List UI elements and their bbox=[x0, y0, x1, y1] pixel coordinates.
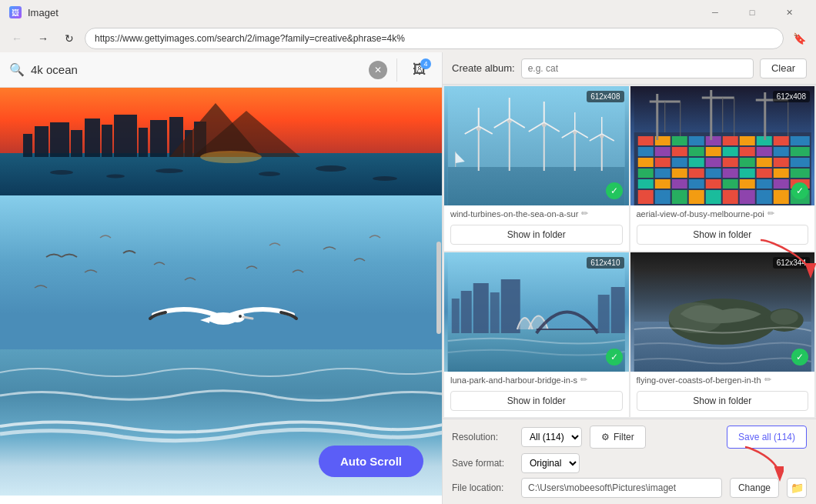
svg-rect-80 bbox=[637, 158, 653, 167]
harbor-sunset-svg bbox=[0, 88, 442, 195]
svg-rect-91 bbox=[654, 169, 670, 178]
change-button[interactable]: Change bbox=[730, 478, 779, 498]
svg-point-21 bbox=[316, 165, 346, 172]
svg-rect-134 bbox=[452, 299, 460, 333]
show-in-folder-btn-1[interactable]: Show in folder bbox=[450, 225, 623, 245]
svg-point-148 bbox=[770, 309, 798, 325]
edit-icon-3[interactable]: ✏ bbox=[580, 375, 587, 385]
svg-rect-6 bbox=[85, 118, 100, 157]
edit-icon-2[interactable]: ✏ bbox=[768, 209, 774, 219]
svg-rect-114 bbox=[705, 190, 721, 204]
location-label: File location: bbox=[452, 482, 513, 493]
refresh-button[interactable]: ↻ bbox=[59, 28, 80, 49]
save-all-button[interactable]: Save all (114) bbox=[727, 426, 807, 449]
svg-rect-116 bbox=[739, 190, 754, 204]
right-panel: Create album: Clear bbox=[443, 52, 816, 504]
svg-rect-71 bbox=[654, 147, 670, 156]
svg-rect-117 bbox=[756, 190, 771, 204]
filter-button[interactable]: ⚙ Filter bbox=[590, 426, 646, 449]
file-location-input[interactable] bbox=[521, 478, 722, 498]
grid-item-3[interactable]: 612x410 ✓ luna-park-and-harbour-bridge-i… bbox=[444, 252, 629, 417]
back-button[interactable]: ← bbox=[6, 28, 28, 49]
svg-rect-94 bbox=[705, 169, 721, 178]
clear-button[interactable]: Clear bbox=[760, 58, 807, 78]
svg-rect-10 bbox=[150, 120, 167, 157]
svg-rect-111 bbox=[654, 190, 670, 204]
minimize-button[interactable]: ─ bbox=[697, 0, 733, 25]
image-aerial-port: 612x408 ✓ bbox=[630, 86, 815, 205]
folder-icon: 📁 bbox=[791, 482, 804, 494]
svg-rect-96 bbox=[739, 169, 754, 178]
filename-2: aerial-view-of-busy-melbourne-poi bbox=[637, 209, 764, 219]
image-area[interactable]: Auto Scroll bbox=[0, 88, 442, 504]
forward-button[interactable]: → bbox=[32, 28, 54, 49]
show-in-folder-btn-4[interactable]: Show in folder bbox=[637, 391, 809, 411]
show-in-folder-btn-3[interactable]: Show in folder bbox=[450, 391, 623, 411]
svg-rect-4 bbox=[50, 122, 69, 157]
svg-rect-79 bbox=[790, 147, 809, 156]
svg-rect-92 bbox=[671, 169, 687, 178]
format-label: Save format: bbox=[452, 458, 513, 469]
album-input[interactable] bbox=[521, 58, 754, 78]
svg-rect-140 bbox=[598, 295, 610, 333]
app-icon: 🖼 bbox=[9, 6, 22, 18]
caption-2: aerial-view-of-busy-melbourne-poi ✏ bbox=[630, 205, 815, 222]
svg-point-19 bbox=[156, 169, 183, 173]
scroll-track[interactable] bbox=[436, 88, 442, 504]
svg-rect-95 bbox=[722, 169, 737, 178]
svg-rect-137 bbox=[490, 292, 500, 333]
image-search-badge: 4 bbox=[420, 58, 431, 69]
svg-rect-115 bbox=[722, 190, 737, 204]
search-clear-button[interactable]: ✕ bbox=[369, 61, 387, 79]
svg-rect-88 bbox=[773, 158, 788, 167]
bottom-controls: Resolution: All (114) 4K HD SD ⚙ Filter … bbox=[443, 419, 816, 504]
maximize-button[interactable]: □ bbox=[734, 0, 770, 25]
folder-button[interactable]: 📁 bbox=[787, 478, 807, 498]
svg-rect-105 bbox=[722, 179, 737, 189]
svg-rect-107 bbox=[756, 179, 771, 189]
grid-item-1[interactable]: 612x408 ✓ wind-turbines-on-the-sea-on-a-… bbox=[444, 86, 629, 251]
show-in-folder-btn-2[interactable]: Show in folder bbox=[637, 225, 809, 245]
edit-icon-4[interactable]: ✏ bbox=[764, 375, 771, 385]
image-norway-coast: 612x344 ✓ bbox=[630, 252, 815, 372]
svg-rect-135 bbox=[461, 291, 472, 333]
svg-point-18 bbox=[106, 175, 125, 179]
filter-icon: ⚙ bbox=[601, 432, 610, 442]
format-row: Save format: Original JPG PNG WebP bbox=[452, 453, 807, 473]
close-button[interactable]: ✕ bbox=[771, 0, 807, 25]
svg-point-28 bbox=[239, 315, 242, 318]
svg-rect-3 bbox=[35, 126, 48, 157]
bookmark-button[interactable]: 🔖 bbox=[788, 28, 810, 49]
left-panel: 🔍 ✕ 🖼 4 bbox=[0, 52, 443, 504]
svg-rect-63 bbox=[688, 136, 704, 145]
grid-item-4[interactable]: 612x344 ✓ flying-over-coasts-of-bergen-i… bbox=[630, 252, 815, 417]
svg-rect-23 bbox=[0, 195, 442, 365]
svg-rect-9 bbox=[139, 128, 148, 157]
svg-rect-106 bbox=[739, 179, 754, 189]
svg-rect-5 bbox=[71, 130, 82, 157]
svg-rect-70 bbox=[637, 147, 653, 156]
svg-rect-103 bbox=[688, 179, 704, 189]
album-label: Create album: bbox=[452, 62, 515, 74]
check-icon-2: ✓ bbox=[791, 182, 808, 199]
edit-icon-1[interactable]: ✏ bbox=[581, 209, 588, 219]
svg-rect-98 bbox=[773, 169, 788, 178]
search-icon: 🔍 bbox=[9, 62, 25, 77]
image-search-button[interactable]: 🖼 4 bbox=[406, 57, 433, 83]
grid-item-2[interactable]: 612x408 ✓ aerial-view-of-busy-melbourne-… bbox=[630, 86, 815, 251]
auto-scroll-button[interactable]: Auto Scroll bbox=[319, 446, 423, 477]
resolution-badge-4: 612x344 bbox=[773, 257, 810, 269]
svg-rect-77 bbox=[756, 147, 771, 156]
app-title: Imaget bbox=[28, 7, 59, 18]
resolution-select[interactable]: All (114) 4K HD SD bbox=[521, 427, 582, 447]
svg-rect-102 bbox=[671, 179, 687, 189]
svg-rect-93 bbox=[688, 169, 704, 178]
svg-rect-64 bbox=[705, 136, 721, 145]
search-input[interactable] bbox=[31, 63, 363, 76]
format-select[interactable]: Original JPG PNG WebP bbox=[521, 453, 580, 473]
check-icon-1: ✓ bbox=[606, 182, 623, 199]
url-input[interactable] bbox=[85, 28, 784, 49]
svg-rect-86 bbox=[739, 158, 754, 167]
svg-rect-30 bbox=[448, 167, 625, 205]
filename-1: wind-turbines-on-the-sea-on-a-sur bbox=[450, 209, 578, 219]
